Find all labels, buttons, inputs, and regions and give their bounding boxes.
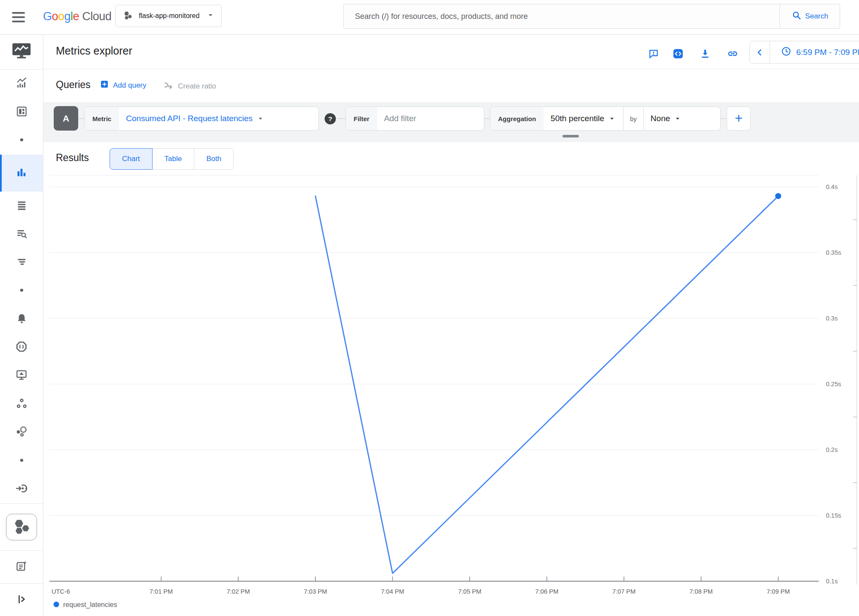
create-ratio-button[interactable]: Create ratio: [163, 80, 216, 92]
resize-drag-handle[interactable]: [562, 135, 579, 137]
legend-label: request_latencies: [63, 601, 117, 609]
y-tick-label: 0.25s: [826, 381, 841, 387]
link-icon[interactable]: [727, 48, 738, 59]
sidebar-item-integration-arrow[interactable]: [0, 475, 43, 503]
sidebar-item-bubble-chart[interactable]: [0, 418, 43, 447]
menu-icon[interactable]: [12, 12, 25, 22]
x-tick-label: 7:04 PM: [381, 588, 404, 595]
download-icon[interactable]: [700, 48, 711, 59]
integration-arrow-icon: [15, 482, 28, 496]
metrics-explorer-page: GoogleCloud flask-app-monitored Search (…: [0, 0, 859, 616]
global-search: Search (/) for resources, docs, products…: [343, 4, 840, 29]
dropdown-caret-icon: [608, 114, 616, 123]
aggregation-value: 50th percentile: [550, 114, 604, 123]
trend-chart-icon: [16, 77, 28, 91]
y-tick-label: 0.4s: [826, 183, 838, 190]
sidebar-item-code-octagon[interactable]: [0, 333, 43, 362]
aggregation-dropdown[interactable]: 50th percentile: [544, 107, 623, 130]
group-by-dropdown[interactable]: None: [644, 107, 689, 130]
hexagon-cluster-icon: [12, 517, 31, 537]
y-tick-label: 0.15s: [826, 512, 841, 519]
by-label: by: [624, 107, 643, 130]
query-letter-badge: A: [54, 106, 78, 131]
search-button[interactable]: Search: [780, 4, 840, 28]
help-icon[interactable]: ?: [324, 112, 337, 125]
sidebar-item-dashboard-grid[interactable]: [0, 98, 43, 126]
x-tick-label: 7:03 PM: [304, 588, 327, 595]
bubble-chart-icon: [15, 426, 28, 439]
sidebar-item-list-lines[interactable]: [0, 192, 43, 220]
add-query-button[interactable]: Add query: [100, 80, 147, 91]
search-icon: [792, 10, 801, 22]
feedback-icon[interactable]: [648, 48, 659, 59]
project-name: flask-app-monitored: [139, 12, 206, 20]
results-section: Results ChartTableBoth: [43, 142, 859, 175]
sidebar-item-expand-panel[interactable]: [0, 584, 43, 616]
y-tick-label: 0.2s: [826, 446, 838, 453]
trace-bars-icon: [16, 256, 28, 269]
group-by-value: None: [651, 114, 670, 123]
metric-value: Consumed API - Request latencies: [126, 114, 253, 123]
chevron-left-icon[interactable]: [750, 48, 770, 57]
metric-dropdown[interactable]: Consumed API - Request latencies: [119, 107, 272, 130]
results-title: Results: [56, 152, 89, 164]
metric-label: Metric: [85, 107, 119, 130]
dot-icon: [16, 284, 28, 298]
time-range-control[interactable]: 6:59 PM - 7:09 PM: [749, 41, 859, 64]
filter-input[interactable]: Add filter: [377, 107, 423, 130]
cloud-logo-text: Cloud: [82, 10, 111, 23]
x-tick-label: 7:08 PM: [690, 588, 713, 595]
bell-icon: [16, 313, 28, 326]
sidebar-item-hexagon-cluster[interactable]: [0, 504, 43, 550]
filter-label: Filter: [346, 107, 377, 130]
project-selector[interactable]: flask-app-monitored: [115, 5, 222, 27]
sidebar-item-node-cluster[interactable]: [0, 390, 43, 418]
list-lines-icon: [16, 199, 28, 213]
dot-icon: [16, 134, 28, 147]
chevron-down-icon: [206, 10, 215, 21]
chart-plot-area[interactable]: [49, 175, 819, 581]
metric-pill: Metric Consumed API - Request latencies: [84, 107, 319, 131]
dashboard-grid-icon: [16, 106, 28, 119]
page-header: Metrics explorer 6:59 PM - 7:09 PM: [43, 35, 859, 69]
results-view-toggle: ChartTableBoth: [110, 148, 234, 170]
connector-line: [484, 118, 490, 119]
sidebar-item-dot: [0, 126, 43, 155]
sidebar-item-bell[interactable]: [0, 305, 43, 333]
code-icon[interactable]: [673, 48, 684, 59]
sidebar-item-bar-chart[interactable]: [0, 155, 43, 192]
svg-text:?: ?: [328, 115, 332, 122]
connector-line: [78, 118, 84, 119]
results-tab-table[interactable]: Table: [152, 148, 195, 170]
sidebar-item-list-search[interactable]: [0, 220, 43, 248]
sidebar-item-trend-chart[interactable]: [0, 70, 43, 98]
results-tab-chart[interactable]: Chart: [110, 148, 153, 170]
search-input[interactable]: Search (/) for resources, docs, products…: [344, 4, 780, 28]
connector-line: [721, 118, 727, 119]
add-aggregation-button[interactable]: +: [727, 107, 751, 131]
uptime-monitor-icon: [15, 369, 28, 383]
x-tick-label: 7:02 PM: [227, 588, 250, 595]
create-ratio-label: Create ratio: [178, 82, 216, 91]
google-cloud-logo: GoogleCloud: [43, 10, 111, 23]
y-tick-label: 0.3s: [826, 315, 838, 322]
sidebar-item-compose-note[interactable]: [0, 551, 43, 583]
x-tick-label: 7:07 PM: [612, 588, 636, 595]
y-tick-label: 0.1s: [826, 578, 838, 585]
bar-chart-icon: [15, 166, 28, 180]
sidebar-item-trace-bars[interactable]: [0, 248, 43, 277]
compose-note-icon: [15, 560, 28, 574]
merge-arrow-icon: [163, 80, 174, 92]
code-octagon-icon: [15, 341, 28, 354]
x-tick-label: 7:05 PM: [458, 588, 481, 595]
left-nav-sidebar: [0, 35, 43, 616]
results-tab-both[interactable]: Both: [194, 148, 234, 170]
expand-panel-icon: [16, 594, 27, 607]
sidebar-item-uptime-monitor[interactable]: [0, 362, 43, 390]
sidebar-item-monitoring-logo[interactable]: [0, 35, 43, 69]
sidebar-item-dot: [0, 447, 43, 475]
monitoring-logo-icon: [12, 43, 31, 61]
top-bar: GoogleCloud flask-app-monitored Search (…: [0, 0, 859, 35]
project-hexagons-icon: [122, 10, 133, 22]
query-builder: A Metric Consumed API - Request latencie…: [43, 102, 859, 142]
